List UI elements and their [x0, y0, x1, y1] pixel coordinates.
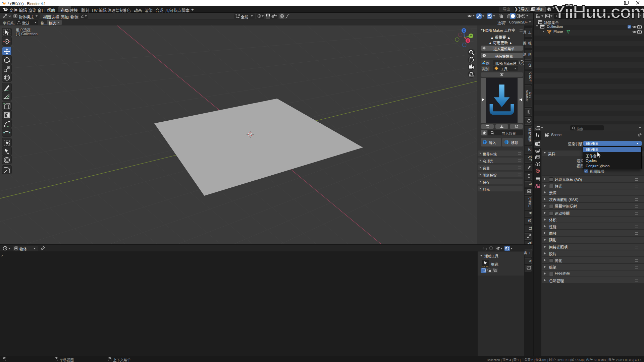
svg-text:Z: Z	[463, 29, 465, 32]
svg-text:X: X	[467, 39, 469, 42]
svg-text:Y: Y	[470, 34, 472, 38]
